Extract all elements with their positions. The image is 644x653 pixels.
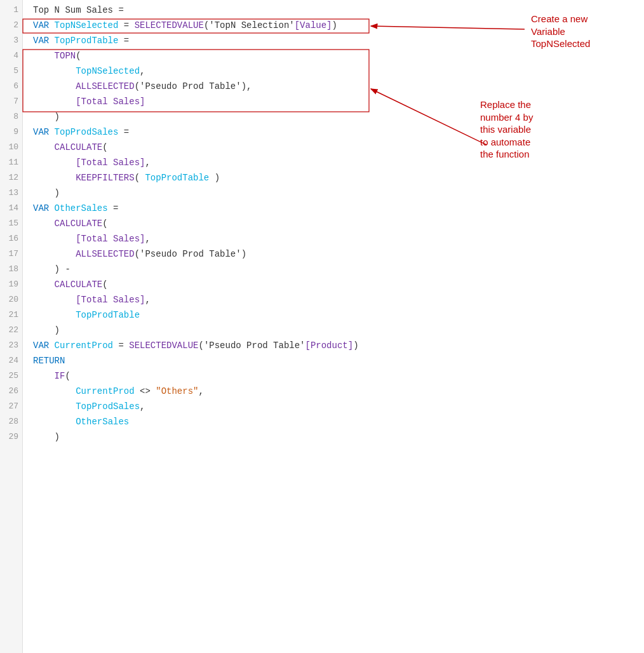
token: ( — [102, 216, 107, 231]
line-number-16: 16 — [0, 231, 18, 246]
line-number-2: 2 — [0, 18, 18, 33]
token: <> — [135, 384, 156, 399]
token: ( — [198, 338, 203, 353]
token: VAR — [33, 33, 55, 48]
line-number-11: 11 — [0, 155, 18, 170]
token: VAR — [33, 18, 55, 33]
code-line-20: [Total Sales], — [33, 292, 644, 307]
line-number-14: 14 — [0, 201, 18, 216]
code-line-28: OtherSales — [33, 414, 644, 429]
line-number-10: 10 — [0, 140, 18, 155]
line-number-13: 13 — [0, 185, 18, 201]
token: [Total Sales] — [76, 155, 145, 170]
token: TopProdTable — [55, 33, 119, 48]
token: TopProdSales — [55, 125, 119, 140]
token: IF — [55, 368, 65, 384]
line-number-18: 18 — [0, 262, 18, 277]
code-line-8: ) — [33, 109, 644, 125]
token: ) — [55, 323, 60, 338]
token: CurrentProd — [55, 338, 113, 353]
token: ( — [135, 246, 140, 262]
token — [33, 262, 55, 277]
code-line-29: ) — [33, 429, 644, 445]
token — [33, 185, 55, 201]
token: ( — [76, 48, 81, 64]
token — [33, 231, 76, 246]
token — [33, 79, 76, 94]
line-number-3: 3 — [0, 33, 18, 48]
token: [Total Sales] — [76, 292, 145, 307]
code-line-4: TOPN( — [33, 48, 644, 64]
token: CALCULATE — [55, 277, 103, 292]
line-numbers: 1234567891011121314151617181920212223242… — [0, 0, 23, 653]
token: TopProdSales — [76, 399, 140, 414]
token — [33, 384, 76, 399]
token: SELECTEDVALUE — [129, 338, 198, 353]
token: ) — [332, 18, 337, 33]
line-number-7: 7 — [0, 94, 18, 109]
token: ALLSELECTED — [76, 79, 134, 94]
token: VAR — [33, 201, 55, 216]
code-line-2: VAR TopNSelected = SELECTEDVALUE('TopN S… — [33, 18, 644, 33]
token — [33, 155, 76, 170]
token: TOPN — [55, 48, 76, 64]
code-line-24: RETURN — [33, 353, 644, 368]
token: KEEPFILTERS — [76, 170, 134, 185]
token: CALCULATE — [55, 140, 103, 155]
token: VAR — [33, 338, 55, 353]
token: ( — [102, 140, 107, 155]
token: CurrentProd — [76, 384, 134, 399]
token: 'Pseudo Prod Table' — [140, 246, 241, 262]
code-line-15: CALCULATE( — [33, 216, 644, 231]
token — [33, 414, 76, 429]
line-number-20: 20 — [0, 292, 18, 307]
token: = — [118, 125, 134, 140]
token: 'Pseudo Prod Table' — [204, 338, 305, 353]
token: ) — [55, 429, 60, 445]
line-number-22: 22 — [0, 323, 18, 338]
code-line-26: CurrentProd <> "Others", — [33, 384, 644, 399]
token: SELECTEDVALUE — [135, 18, 204, 33]
token: , — [198, 384, 203, 399]
code-line-10: CALCULATE( — [33, 140, 644, 155]
token: ( — [135, 170, 145, 185]
token: [Total Sales] — [76, 231, 145, 246]
line-number-17: 17 — [0, 246, 18, 262]
token: ) — [209, 170, 220, 185]
token: = — [113, 338, 129, 353]
token: ), — [241, 79, 252, 94]
code-line-16: [Total Sales], — [33, 231, 644, 246]
code-line-23: VAR CurrentProd = SELECTEDVALUE('Pseudo … — [33, 338, 644, 353]
token — [33, 429, 55, 445]
token: TopProdTable — [76, 307, 140, 323]
line-number-4: 4 — [0, 48, 18, 64]
code-line-14: VAR OtherSales = — [33, 201, 644, 216]
code-line-21: TopProdTable — [33, 307, 644, 323]
token — [33, 48, 55, 64]
token: [Product] — [305, 338, 354, 353]
code-line-19: CALCULATE( — [33, 277, 644, 292]
line-number-12: 12 — [0, 170, 18, 185]
code-line-13: ) — [33, 185, 644, 201]
token — [33, 216, 55, 231]
token: = — [108, 201, 124, 216]
token: ) — [353, 338, 358, 353]
code-line-11: [Total Sales], — [33, 155, 644, 170]
token — [33, 109, 55, 125]
line-number-26: 26 — [0, 384, 18, 399]
line-number-23: 23 — [0, 338, 18, 353]
token: "Others" — [156, 384, 198, 399]
token: , — [145, 231, 150, 246]
token: OtherSales — [76, 414, 129, 429]
code-line-25: IF( — [33, 368, 644, 384]
token: TopProdTable — [145, 170, 209, 185]
token: ( — [204, 18, 209, 33]
code-line-5: TopNSelected, — [33, 64, 644, 79]
token: ( — [102, 277, 107, 292]
line-number-5: 5 — [0, 64, 18, 79]
token: , — [140, 399, 145, 414]
token: , — [145, 292, 150, 307]
token: , — [145, 155, 150, 170]
token: ) — [55, 185, 60, 201]
line-number-29: 29 — [0, 429, 18, 445]
